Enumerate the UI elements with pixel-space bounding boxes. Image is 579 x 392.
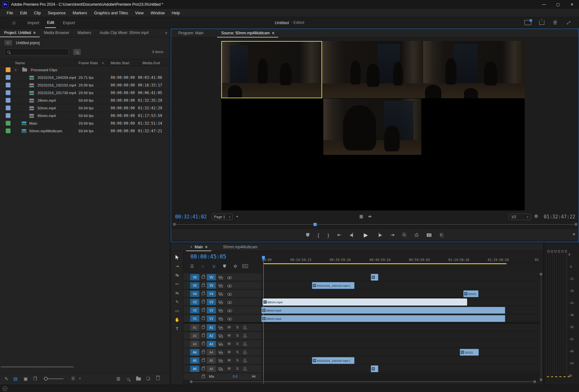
multicam-video-stage[interactable] bbox=[221, 41, 525, 210]
pen-tool[interactable]: ✎ bbox=[173, 298, 181, 305]
mute-button[interactable]: M bbox=[228, 358, 231, 362]
source-assign-v2[interactable]: V2 bbox=[190, 307, 199, 313]
table-row-processed-clips[interactable]: ∨ Processed Clips bbox=[0, 66, 170, 74]
track-lock-icon[interactable] bbox=[202, 283, 205, 288]
type-tool[interactable]: T bbox=[173, 325, 181, 332]
target-track-v1[interactable]: V1 bbox=[207, 315, 216, 322]
sync-lock-icon[interactable] bbox=[218, 317, 223, 321]
solo-button[interactable]: S bbox=[236, 342, 238, 346]
slip-tool[interactable]: ⇆ bbox=[173, 289, 181, 296]
track-lane-a6[interactable]: fx bbox=[261, 365, 539, 373]
vertical-scroll-top-handle[interactable] bbox=[540, 273, 542, 276]
vertical-scrollbar[interactable] bbox=[541, 276, 541, 378]
ripple-edit-tool[interactable]: ↹ bbox=[173, 272, 181, 279]
sync-lock-icon[interactable] bbox=[218, 367, 223, 372]
source-assign-a3[interactable]: A3 bbox=[190, 341, 199, 347]
track-lane-v1[interactable]: fx50mm.mp4 bbox=[261, 315, 539, 322]
table-row-multicam-sequence[interactable]: 50mm.mp4Multicam 59.94 fps 00:00:00:00 0… bbox=[0, 127, 170, 135]
tab-overflow-icon[interactable]: » bbox=[165, 31, 167, 35]
monitor-settings-icon[interactable]: ▦ bbox=[359, 214, 363, 219]
source-assign-v5[interactable]: V5 bbox=[190, 282, 199, 289]
voiceover-record-icon[interactable] bbox=[244, 325, 246, 329]
track-lane-a1[interactable] bbox=[261, 324, 539, 331]
column-frame-rate[interactable]: Frame Rate bbox=[79, 59, 98, 67]
step-forward-button[interactable]: ▕▶ bbox=[376, 233, 382, 237]
tab-export[interactable]: Export bbox=[61, 17, 77, 28]
nest-settings-icon[interactable]: ☰ bbox=[188, 263, 196, 269]
mix-gain-value[interactable]: 0.0 bbox=[233, 375, 238, 378]
target-track-a6[interactable]: A6 bbox=[207, 366, 216, 372]
table-row-clip[interactable]: 50mm.mp4 59.94 fps 00:00:00:00 01:32:42:… bbox=[0, 104, 170, 112]
selection-tool[interactable] bbox=[173, 254, 181, 261]
mute-button[interactable]: M bbox=[228, 334, 231, 337]
voiceover-record-icon[interactable] bbox=[244, 341, 246, 346]
zoom-slider[interactable] bbox=[44, 378, 64, 379]
step-back-button[interactable]: ◀▏ bbox=[349, 233, 355, 237]
target-track-a2[interactable]: A2 bbox=[207, 333, 216, 339]
tab-markers[interactable]: Markers bbox=[73, 29, 95, 37]
mark-in-button[interactable]: { bbox=[318, 232, 319, 238]
track-output-eye-icon[interactable] bbox=[227, 284, 232, 288]
track-lane-v6[interactable]: fx bbox=[261, 273, 539, 281]
track-lock-icon[interactable] bbox=[202, 374, 205, 379]
horizontal-scrollbar[interactable] bbox=[193, 381, 534, 382]
rectangle-tool[interactable]: ▭ bbox=[173, 307, 181, 314]
freeform-view-icon[interactable]: ❐ bbox=[33, 376, 37, 381]
track-lane-v2[interactable]: fx28mm.mp4 bbox=[261, 306, 539, 314]
track-lane-a3[interactable] bbox=[261, 340, 539, 348]
label-chip[interactable] bbox=[6, 106, 10, 110]
audio-meters-panel[interactable]: 0 -6 -12 -18 -24 -30 -36 -42 -48 -54 dB bbox=[544, 243, 579, 385]
sync-lock-icon[interactable] bbox=[218, 342, 223, 347]
close-button[interactable]: ✕ bbox=[565, 0, 579, 9]
track-lock-icon[interactable] bbox=[202, 316, 205, 321]
tab-import[interactable]: Import bbox=[25, 17, 41, 28]
new-bin-icon[interactable] bbox=[136, 377, 141, 382]
solo-button[interactable]: S bbox=[236, 358, 238, 362]
track-output-eye-icon[interactable] bbox=[227, 309, 232, 313]
track-lock-icon[interactable] bbox=[202, 325, 205, 330]
panel-menu-icon[interactable]: ≡ bbox=[33, 31, 36, 35]
target-track-v5[interactable]: V5 bbox=[207, 282, 216, 289]
track-lock-icon[interactable] bbox=[202, 366, 205, 371]
timeline-ruler[interactable]: :00:00 00:14:59:23 00:29:59:16 00:44:59:… bbox=[261, 256, 539, 263]
track-lane-a5[interactable]: fx20231016_192102.mp4 [ bbox=[261, 357, 539, 364]
track-lane-a4[interactable]: fx20231 bbox=[261, 348, 539, 356]
hand-tool[interactable]: ✋ bbox=[173, 316, 181, 323]
multicam-view-3[interactable] bbox=[423, 41, 525, 98]
list-view-icon[interactable]: ▤ bbox=[13, 376, 17, 381]
go-to-out-button[interactable]: ⇥ bbox=[390, 232, 395, 238]
sort-options-icon[interactable]: ☰ bbox=[71, 376, 75, 381]
label-chip[interactable] bbox=[6, 67, 10, 72]
render-status-icon[interactable] bbox=[524, 19, 532, 26]
table-row-clip[interactable]: 20231016_192102.mp4 29.99 fps 00:00:00:0… bbox=[0, 81, 170, 89]
source-assign-a6[interactable]: A6 bbox=[190, 366, 199, 372]
sync-lock-icon[interactable] bbox=[218, 351, 223, 355]
timeline-clip[interactable]: fx28mm.mp4 bbox=[261, 307, 505, 314]
timeline-clip[interactable]: fx bbox=[371, 365, 378, 372]
panel-menu-icon[interactable]: ≡ bbox=[272, 31, 274, 35]
track-select-forward-tool[interactable]: ⇥ bbox=[173, 263, 181, 270]
menu-markers[interactable]: Markers bbox=[69, 9, 91, 17]
horizontal-scroll-left-handle[interactable] bbox=[190, 380, 193, 383]
timeline-clip[interactable]: fx20231 bbox=[460, 349, 479, 356]
tab-audio-clip-mixer[interactable]: Audio Clip Mixer: 50mm.mp4 bbox=[95, 29, 153, 37]
page-advance-icon[interactable]: ▸ bbox=[237, 214, 238, 218]
project-bin-path[interactable]: ↩ Untitled.prproj bbox=[4, 40, 40, 45]
track-output-eye-icon[interactable] bbox=[227, 317, 232, 321]
search-input[interactable] bbox=[12, 50, 63, 54]
source-assign-v1[interactable]: V1 bbox=[190, 315, 199, 322]
source-assign-a4[interactable]: A4 bbox=[190, 349, 199, 355]
solo-button[interactable]: S bbox=[236, 334, 238, 337]
target-track-v2[interactable]: V2 bbox=[207, 307, 216, 313]
close-tab-icon[interactable]: × bbox=[190, 245, 192, 249]
solo-button[interactable]: S bbox=[236, 367, 238, 370]
mark-out-button[interactable]: } bbox=[327, 232, 329, 238]
track-lock-icon[interactable] bbox=[202, 349, 205, 354]
label-chip[interactable] bbox=[6, 75, 10, 80]
sync-lock-icon[interactable] bbox=[218, 300, 223, 305]
track-output-eye-icon[interactable] bbox=[227, 300, 232, 305]
sync-lock-icon[interactable] bbox=[218, 309, 223, 313]
track-lock-icon[interactable] bbox=[202, 307, 205, 313]
table-row-clip[interactable]: 28mm.mp4 59.94 fps 00:00:00:00 01:32:35:… bbox=[0, 97, 170, 104]
timeline-clip[interactable]: fx bbox=[371, 274, 378, 281]
